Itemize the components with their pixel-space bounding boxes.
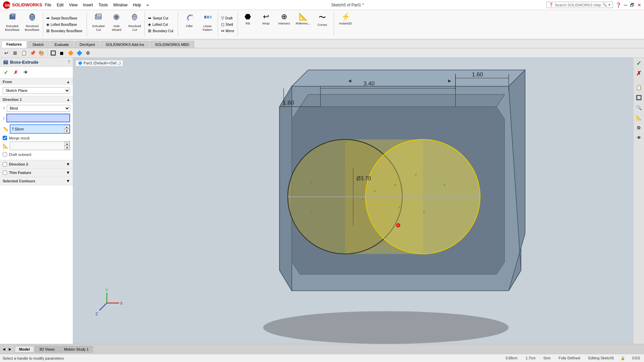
subtoolbar-view1[interactable]: 🔲 [49,49,57,57]
subtoolbar-view3[interactable]: 🔶 [67,49,74,57]
question-icon: ❓ [549,3,553,7]
extruded-cut-btn[interactable]: ExtrudedCut [90,11,107,38]
tab-mbd[interactable]: SOLIDWORKS MBD [150,41,194,48]
cancel-btn[interactable]: ✗ [11,68,20,77]
direction1-header[interactable]: Direction 1 ▲ [0,96,73,103]
selected-contours-section[interactable]: Selected Contours ▼ [0,177,73,185]
revolved-cut-btn[interactable]: RevolvedCut [126,11,143,38]
shell-btn[interactable]: ◻ Shell [219,21,236,27]
boundary-cut-btn[interactable]: ⊞ Boundary Cut [146,28,175,34]
direction1-value-row: 📏 ▲ ▼ [3,124,70,134]
menu-window[interactable]: Window [113,3,127,7]
menu-help[interactable]: Help [133,3,141,7]
window-title: Sketch5 of Part1 * [151,3,543,7]
right-view4-btn[interactable]: 📐 [635,113,643,122]
subtoolbar-color[interactable]: 🎨 [38,49,45,57]
search-icon[interactable]: 🔍 [602,3,607,7]
wrap-btn[interactable]: ↩ Wrap [257,11,275,38]
direction1-value-input[interactable] [10,126,64,132]
thin-feature-checkbox[interactable] [3,171,7,175]
draft-angle-spinner[interactable]: ▲ ▼ [64,142,70,150]
lofted-cut-btn[interactable]: ◈ Lofted Cut [146,21,175,27]
from-section-header[interactable]: From ▲ [0,78,73,85]
linear-pattern-btn[interactable]: LinearPattern [199,11,216,38]
direction2-section[interactable]: Direction 2 ▼ [0,160,73,169]
canvas-area[interactable]: 🔷 Part1 (Default<<Def...) [73,58,633,344]
hole-wizard-btn[interactable]: HoleWizard [108,11,125,38]
inner-top [300,95,504,107]
close-btn[interactable]: ✕ [637,2,641,8]
fillet-btn[interactable]: Fillet [181,11,198,38]
boundary-boss-btn[interactable]: ⊞ Boundary Boss/Base [45,28,84,34]
tab-addins[interactable]: SOLIDWORKS Add-Ins [101,41,149,48]
from-type-select[interactable]: Sketch Plane [3,87,70,94]
reference-btn[interactable]: 📐 Referenc... [293,11,313,38]
instant3d-btn[interactable]: ⚡ Instant3D [337,11,355,38]
tab-sketch[interactable]: Sketch [28,41,49,48]
direction1-type-select[interactable]: Blind [7,105,70,112]
right-view1-btn[interactable]: 📋 [635,83,643,92]
menu-edit[interactable]: Edit [57,3,64,7]
menu-file[interactable]: File [45,3,51,7]
flip-icon[interactable]: ↕ [3,115,5,121]
draft-btn[interactable]: ▽ Draft [219,15,236,21]
merge-result-checkbox[interactable] [3,136,7,140]
model-viewport[interactable]: ×× ×× ×× ×× ×× × 3.40 ◀ ▶ 1.60 [73,58,633,344]
swept-cut-btn[interactable]: ➡ Swept Cut [146,15,175,21]
draft-angle-input[interactable] [10,143,64,148]
extruded-boss-btn[interactable]: ExtrudedBoss/Base [3,11,22,38]
right-view2-btn[interactable]: 🔲 [635,93,643,102]
intersect-btn[interactable]: ⊕ Intersect [275,11,293,38]
right-view3-btn[interactable]: 🔍 [635,103,643,112]
confirm-btn[interactable]: ✓ [1,68,10,77]
subtoolbar-pin[interactable]: 📌 [29,49,36,57]
draft-outward-checkbox[interactable] [3,152,7,157]
lofted-boss-btn[interactable]: ◈ Lofted Boss/Base [45,21,84,27]
draft-up-btn[interactable]: ▲ [64,142,70,146]
swept-boss-btn[interactable]: ➡ Swept Boss/Base [45,15,84,21]
value-down-btn[interactable]: ▼ [64,129,69,133]
right-view6-btn[interactable]: 👁 [635,133,643,142]
search-box[interactable]: ❓ Search SOLIDWORKS Help 🔍 ▾ [546,2,613,8]
maximize-btn[interactable]: 🗗 [630,2,635,8]
search-dropdown-icon[interactable]: ▾ [608,3,610,7]
subtoolbar-clipboard[interactable]: 📋 [20,49,28,57]
btab-model[interactable]: Model [15,346,34,353]
tab-dimxpert[interactable]: DimXpert [74,41,100,48]
svg-text:×: × [415,173,417,177]
subtoolbar-rotate[interactable]: ↩ [3,49,10,57]
tab-features[interactable]: Features [1,41,27,48]
right-view5-btn[interactable]: ⚙ [635,123,643,132]
menu-insert[interactable]: Insert [83,3,93,7]
menu-tools[interactable]: Tools [98,3,108,7]
revolved-boss-btn[interactable]: RevolvedBoss/Base [22,11,42,38]
merge-result-label: Merge result [9,136,30,140]
draft-down-btn[interactable]: ▼ [64,146,70,150]
rib-btn[interactable]: ⬣ Rib [239,11,257,38]
tab-next-btn[interactable]: ▶ [7,347,13,352]
panel-help-btn[interactable]: ? [68,60,70,64]
direction2-checkbox[interactable] [3,162,7,167]
right-cancel-btn[interactable]: ✗ [635,69,643,78]
subtoolbar-view5[interactable]: ⚙ [84,49,92,57]
svg-line-10 [95,14,97,15]
menu-view[interactable]: View [69,3,78,7]
btab-motion[interactable]: Motion Study 1 [60,346,93,353]
rib-icon: ⬣ [245,12,251,21]
value-up-btn[interactable]: ▲ [64,125,69,129]
curves-btn[interactable]: 〜 Curves [314,11,331,38]
subtoolbar-view4[interactable]: 🔷 [75,49,83,57]
direction1-spinner[interactable]: ▲ ▼ [64,125,69,133]
subtoolbar-grid[interactable]: ⊞ [11,49,19,57]
tab-evaluate[interactable]: Evaluate [50,41,74,48]
mirror-btn[interactable]: ⇔ Mirror [219,28,236,34]
tab-prev-btn[interactable]: ◀ [1,347,7,352]
btab-3dviews[interactable]: 3D Views [35,346,59,353]
menu-expand[interactable]: » [147,3,149,7]
minimize-btn[interactable]: ─ [624,2,627,8]
thin-feature-section[interactable]: Thin Feature ▼ [0,169,73,177]
subtoolbar-view2[interactable]: ◼ [58,49,65,57]
right-confirm-btn[interactable]: ✓ [635,59,643,68]
preview-btn[interactable]: 👁 [21,68,30,77]
help-icon[interactable]: ❓ [615,2,621,8]
